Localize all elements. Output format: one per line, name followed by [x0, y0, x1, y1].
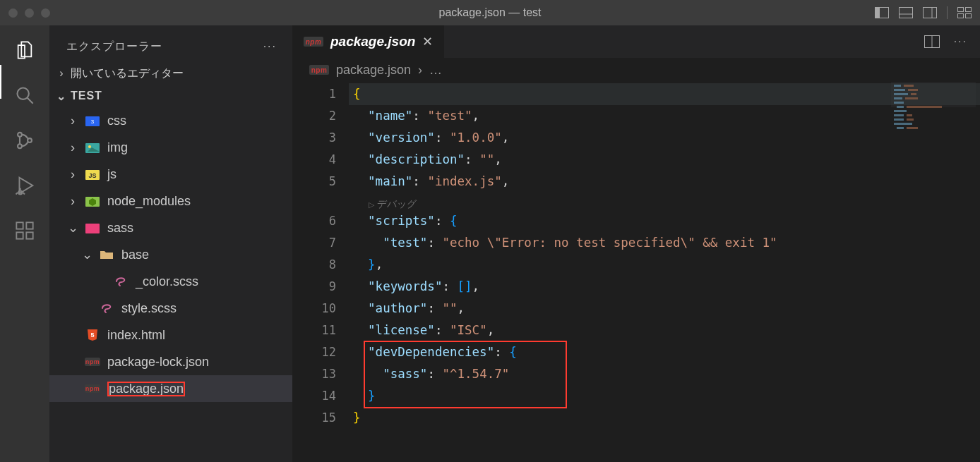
code-line: "main": "index.js",	[349, 171, 980, 193]
root-folder-label: TEST	[71, 90, 102, 102]
node-folder-icon	[85, 193, 100, 209]
svg-rect-51	[907, 114, 912, 116]
folder-img[interactable]: › img	[49, 134, 292, 161]
file-label: package.json	[107, 382, 185, 396]
minimize-window-icon[interactable]	[25, 8, 34, 18]
toggle-panel-icon[interactable]	[899, 6, 913, 20]
svg-rect-48	[907, 106, 942, 108]
search-icon[interactable]	[14, 85, 35, 106]
file-color-scss[interactable]: _color.scss	[49, 268, 292, 295]
sass-file-icon	[99, 300, 114, 316]
file-package-json[interactable]: npm package.json	[49, 375, 292, 402]
svg-rect-50	[894, 114, 904, 116]
code-line: "scripts": {	[349, 210, 980, 232]
window-title: package.json — test	[0, 6, 980, 19]
chevron-right-icon: ›	[68, 114, 78, 128]
code-line: }	[349, 407, 980, 429]
editor-more-icon[interactable]: ···	[954, 35, 967, 48]
minimap[interactable]	[891, 82, 976, 166]
folder-js[interactable]: › JS js	[49, 161, 292, 188]
activity-bar	[0, 25, 49, 462]
code-content[interactable]: { "name": "test", "version": "1.0.0", "d…	[349, 82, 980, 462]
svg-line-12	[28, 98, 33, 104]
svg-rect-46	[894, 102, 904, 104]
breadcrumb[interactable]: npm package.json › …	[292, 58, 980, 82]
svg-rect-56	[907, 127, 918, 129]
source-control-icon[interactable]	[14, 130, 35, 151]
folder-label: node_modules	[107, 194, 191, 209]
folder-open-icon	[99, 247, 114, 262]
file-label: style.scss	[121, 301, 177, 316]
folder-root-section[interactable]: ⌄ TEST	[49, 85, 292, 107]
svg-point-11	[18, 88, 29, 99]
close-tab-icon[interactable]: ✕	[422, 34, 433, 49]
chevron-down-icon: ⌄	[68, 220, 78, 236]
customize-layout-icon[interactable]	[957, 6, 972, 20]
sidebar-more-icon[interactable]: ···	[263, 40, 277, 53]
run-debug-icon[interactable]	[14, 175, 35, 196]
title-bar: package.json — test	[0, 0, 980, 25]
code-line: },	[349, 254, 980, 276]
file-label: _color.scss	[136, 274, 198, 289]
debug-codelens[interactable]: ▷デバッグ	[349, 193, 980, 210]
svg-point-14	[18, 144, 22, 148]
npm-file-icon: npm	[304, 37, 323, 47]
folder-css[interactable]: › 3 css	[49, 107, 292, 134]
chevron-down-icon: ⌄	[82, 247, 92, 262]
folder-label: js	[107, 167, 116, 182]
toggle-secondary-sidebar-icon[interactable]	[923, 6, 937, 20]
js-folder-icon: JS	[85, 166, 100, 182]
svg-text:5: 5	[90, 332, 94, 339]
chevron-right-icon: ›	[68, 194, 78, 209]
svg-point-28	[88, 145, 91, 148]
folder-node-modules[interactable]: › node_modules	[49, 188, 292, 214]
svg-rect-10	[966, 14, 972, 18]
svg-line-18	[16, 193, 18, 195]
toggle-sidebar-icon[interactable]	[875, 6, 889, 20]
file-tree: › 3 css › img › JS js › node_modules ⌄	[49, 107, 292, 409]
split-editor-icon[interactable]	[924, 35, 940, 48]
svg-rect-21	[16, 222, 23, 229]
divider	[947, 6, 948, 19]
img-folder-icon	[85, 140, 100, 155]
open-editors-label: 開いているエディター	[71, 66, 184, 81]
file-package-lock[interactable]: npm package-lock.json	[49, 348, 292, 375]
svg-rect-42	[894, 93, 908, 95]
npm-file-icon: npm	[309, 65, 329, 75]
svg-line-19	[23, 193, 25, 195]
close-window-icon[interactable]	[8, 8, 18, 18]
svg-rect-49	[894, 110, 907, 112]
css-folder-icon: 3	[85, 113, 100, 128]
chevron-right-icon: ›	[68, 140, 78, 155]
svg-rect-22	[16, 232, 23, 238]
svg-rect-41	[908, 89, 918, 91]
html-file-icon: 5	[85, 327, 100, 343]
tab-package-json[interactable]: npm package.json ✕	[292, 25, 445, 58]
code-editor[interactable]: 1 2 3 4 5 6 7 8 9 10 11 12 13 14 15 { "n…	[292, 82, 980, 462]
file-style-scss[interactable]: style.scss	[49, 295, 292, 322]
editor-tab-bar: npm package.json ✕ ···	[292, 25, 980, 58]
svg-text:JS: JS	[88, 172, 96, 179]
folder-base[interactable]: ⌄ base	[49, 241, 292, 268]
extensions-icon[interactable]	[14, 220, 35, 241]
svg-rect-24	[26, 222, 32, 229]
svg-rect-8	[966, 8, 972, 12]
folder-sass[interactable]: ⌄ sass	[49, 214, 292, 241]
svg-rect-43	[911, 93, 916, 95]
sidebar-header: エクスプローラー ···	[49, 25, 292, 62]
svg-rect-5	[924, 8, 937, 18]
file-index-html[interactable]: 5 index.html	[49, 322, 292, 348]
file-label: package-lock.json	[107, 355, 209, 370]
breadcrumb-rest: …	[429, 63, 442, 78]
sass-folder-icon	[85, 220, 100, 236]
zoom-window-icon[interactable]	[41, 8, 50, 18]
svg-rect-52	[894, 118, 904, 121]
explorer-icon[interactable]	[14, 39, 35, 61]
folder-label: sass	[107, 221, 133, 236]
svg-text:3: 3	[91, 118, 95, 125]
svg-rect-47	[897, 106, 904, 108]
npm-file-icon: npm	[85, 381, 100, 396]
svg-rect-9	[958, 14, 964, 18]
sass-file-icon	[113, 274, 129, 289]
open-editors-section[interactable]: › 開いているエディター	[49, 62, 292, 85]
